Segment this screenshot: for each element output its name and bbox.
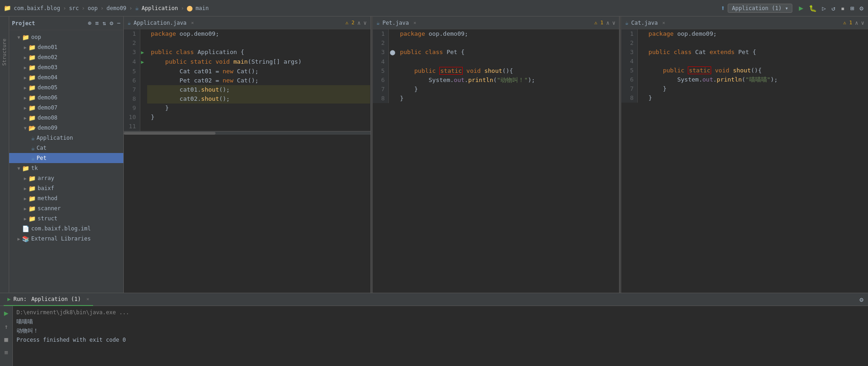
scroll-down-icon[interactable]: ∨ xyxy=(861,20,864,26)
horizontal-scrollbar-application[interactable] xyxy=(124,131,370,135)
warning-count-pet: ⚠ 1 xyxy=(594,20,603,26)
code-line-7: 7 } xyxy=(621,84,868,93)
folder-icon: 📁 xyxy=(22,34,29,41)
profile-button[interactable]: ↺ xyxy=(830,4,836,13)
stop-icon[interactable]: ■ xyxy=(3,335,9,344)
settings-icon[interactable]: ⚙ xyxy=(859,295,864,304)
editor-actions-cat: ⚠ 1 ∧ ∨ xyxy=(843,20,864,26)
sidebar-title: Project xyxy=(12,20,35,27)
tree-item-demo02[interactable]: ▶ 📁 demo02 xyxy=(9,52,123,62)
tab-label-pet: Pet.java xyxy=(382,20,409,26)
code-line-2: 2 xyxy=(621,38,868,48)
breadcrumb-demo09[interactable]: demo09 xyxy=(106,5,126,11)
tab-close-pet[interactable]: ✕ xyxy=(414,20,416,25)
code-line-6: 6 Pet cat02 = new Cat(); xyxy=(124,76,370,85)
tree-item-Pet[interactable]: ☕ Pet xyxy=(9,153,123,163)
scroll-up-icon[interactable]: ∧ xyxy=(357,20,360,26)
bottom-panel: ▶ Run: Application (1) ✕ ⚙ ▶ ↑ ■ ≡ D:\en… xyxy=(0,293,868,366)
folder-icon: 📁 xyxy=(28,215,36,222)
project-tree: ▼ 📁 oop ▶ 📁 demo01 ▶ 📁 demo02 ▶ 📁 xyxy=(9,30,123,293)
folder-icon: 📁 xyxy=(28,195,36,202)
tree-label-Pet: Pet xyxy=(37,155,47,161)
locate-icon[interactable]: ⊕ xyxy=(88,20,92,27)
toolbar-icons: ▶ 🐛 ▷ ↺ ▪ ⊞ ⚙ xyxy=(798,3,864,13)
tree-arrow-demo01: ▶ xyxy=(22,45,28,50)
scroll-up-icon[interactable]: ∧ xyxy=(855,20,858,26)
code-area-cat[interactable]: 1 package oop.demo09; 2 3 xyxy=(621,29,868,293)
folder-icon: 📁 xyxy=(28,104,36,111)
tab-close-cat[interactable]: ✕ xyxy=(662,20,665,25)
tree-item-iml[interactable]: 📄 com.baixf.blog.iml xyxy=(9,224,123,234)
tree-item-demo05[interactable]: ▶ 📁 demo05 xyxy=(9,82,123,93)
editor-pane-cat: ☕ Cat.java ✕ ⚠ 1 ∧ ∨ 1 xyxy=(621,16,868,293)
editor-tab-cat[interactable]: ☕ Cat.java ✕ xyxy=(625,20,665,26)
run-tab-close[interactable]: ✕ xyxy=(87,296,89,301)
sort-icon[interactable]: ⇅ xyxy=(103,20,106,27)
build-button[interactable]: ▪ xyxy=(840,4,846,13)
tree-item-oop[interactable]: ▼ 📁 oop xyxy=(9,32,123,42)
bottom-actions: ⚙ xyxy=(859,295,864,304)
folder-icon: 📁 xyxy=(28,74,36,81)
tree-item-demo03[interactable]: ▶ 📁 demo03 xyxy=(9,62,123,72)
run-config-label: Application (1) xyxy=(31,296,81,302)
tree-label-demo07: demo07 xyxy=(38,104,57,111)
code-line-7: 7 cat01.shout(); xyxy=(124,85,370,94)
debug-button[interactable]: 🐛 xyxy=(808,4,818,13)
code-area-application[interactable]: 1 package oop.demo09; 2 3 xyxy=(124,29,370,293)
code-line-4: 4 xyxy=(373,57,619,66)
tree-item-struct[interactable]: ▶ 📁 struct xyxy=(9,213,123,224)
tree-label-demo09: demo09 xyxy=(38,125,57,131)
filter-icon[interactable]: ≡ xyxy=(3,348,9,357)
minimize-icon[interactable]: − xyxy=(117,20,121,27)
run-with-coverage-button[interactable]: ▷ xyxy=(821,4,827,13)
tree-label-demo06: demo06 xyxy=(38,94,57,101)
breadcrumb-application[interactable]: Application xyxy=(142,5,178,11)
run-again-icon[interactable]: ▶ xyxy=(3,308,10,318)
console-output-2: 动物叫！ xyxy=(17,326,864,335)
tree-item-demo07[interactable]: ▶ 📁 demo07 xyxy=(9,103,123,113)
code-line-5: 5 Cat cat01 = new Cat(); xyxy=(124,67,370,76)
tree-item-tk[interactable]: ▼ 📁 tk xyxy=(9,163,123,173)
tree-item-demo01[interactable]: ▶ 📁 demo01 xyxy=(9,42,123,52)
tree-item-baixf[interactable]: ▶ 📁 baixf xyxy=(9,183,123,193)
settings-icon[interactable]: ⚙ xyxy=(859,4,864,13)
editor-tab-application[interactable]: ☕ Application.java ✕ xyxy=(127,20,194,26)
breadcrumb-root[interactable]: com.baixf.blog xyxy=(14,5,60,11)
navigate-back-icon[interactable]: ⬆ xyxy=(720,3,726,13)
tree-label-demo08: demo08 xyxy=(38,115,57,121)
collapse-all-icon[interactable]: ≡ xyxy=(95,20,99,27)
tree-item-Application[interactable]: ☕ Application xyxy=(9,133,123,143)
scroll-down-icon[interactable]: ∨ xyxy=(612,20,615,26)
rerun-icon[interactable]: ↑ xyxy=(3,322,9,331)
folder-open-icon: 📂 xyxy=(28,125,36,131)
tree-label-demo03: demo03 xyxy=(38,64,57,71)
tree-item-demo04[interactable]: ▶ 📁 demo04 xyxy=(9,72,123,82)
run-console: D:\envirment\jdk8\bin\java.exe ... 喵喵喵 动… xyxy=(13,306,868,366)
editor-tab-pet[interactable]: ☕ Pet.java ✕ xyxy=(376,20,416,26)
breadcrumb-method-icon: ⬤ xyxy=(187,5,193,11)
tree-item-method[interactable]: ▶ 📁 method xyxy=(9,193,123,203)
run-tab[interactable]: ▶ Run: Application (1) ✕ xyxy=(4,293,93,306)
tab-close-application[interactable]: ✕ xyxy=(191,20,194,25)
breadcrumb-oop[interactable]: oop xyxy=(88,5,98,11)
run-tab-label: Run: xyxy=(13,296,27,302)
tree-item-array[interactable]: ▶ 📁 array xyxy=(9,173,123,183)
gear-icon[interactable]: ⚙ xyxy=(110,20,113,27)
scroll-up-icon[interactable]: ∧ xyxy=(606,20,609,26)
editor-header-pet: ☕ Pet.java ✕ ⚠ 1 ∧ ∨ xyxy=(373,16,619,29)
tree-item-extlibs[interactable]: ▶ 📚 External Libraries xyxy=(9,234,123,244)
tree-item-demo08[interactable]: ▶ 📁 demo08 xyxy=(9,113,123,123)
tree-item-demo09[interactable]: ▼ 📂 demo09 xyxy=(9,123,123,133)
scroll-down-icon[interactable]: ∨ xyxy=(363,20,366,26)
code-area-pet[interactable]: 1 package oop.demo09; 2 3 xyxy=(373,29,619,293)
tree-item-demo06[interactable]: ▶ 📁 demo06 xyxy=(9,93,123,103)
breadcrumb-src[interactable]: src xyxy=(69,5,79,11)
breadcrumb-main[interactable]: main xyxy=(195,5,209,11)
run-button[interactable]: ▶ xyxy=(798,3,804,13)
tree-label-demo05: demo05 xyxy=(38,84,57,91)
tree-item-scanner[interactable]: ▶ 📁 scanner xyxy=(9,203,123,213)
main-content: Structure Project ⊕ ≡ ⇅ ⚙ − ▼ 📁 oop ▶ 📁 xyxy=(0,16,868,293)
run-configuration-selector[interactable]: Application (1) ▾ xyxy=(728,4,792,13)
more-actions-icon[interactable]: ⊞ xyxy=(849,4,855,13)
tree-item-Cat[interactable]: ☕ Cat xyxy=(9,143,123,153)
